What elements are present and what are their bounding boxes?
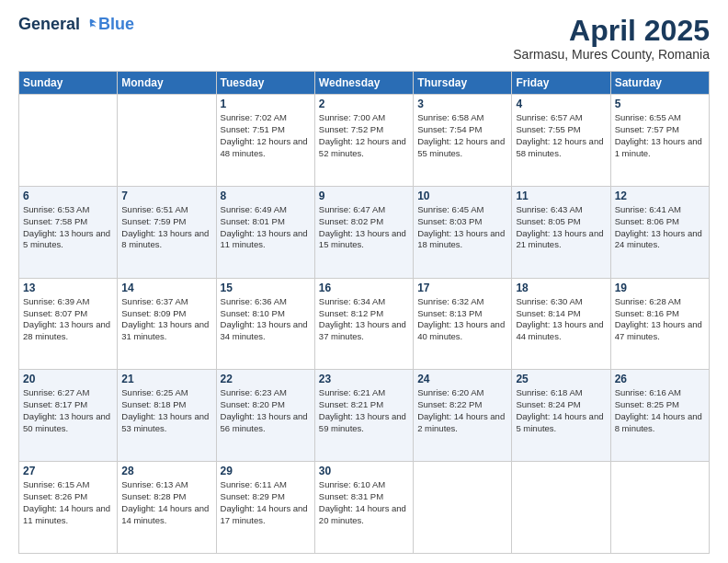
calendar-header-row: SundayMondayTuesdayWednesdayThursdayFrid… bbox=[19, 72, 710, 95]
day-header-saturday: Saturday bbox=[610, 72, 709, 95]
week-row-3: 13Sunrise: 6:39 AM Sunset: 8:07 PM Dayli… bbox=[19, 278, 710, 370]
calendar-cell: 11Sunrise: 6:43 AM Sunset: 8:05 PM Dayli… bbox=[512, 186, 610, 278]
day-info: Sunrise: 6:11 AM Sunset: 8:29 PM Dayligh… bbox=[221, 479, 311, 526]
day-info: Sunrise: 6:43 AM Sunset: 8:05 PM Dayligh… bbox=[516, 204, 606, 251]
calendar-cell: 7Sunrise: 6:51 AM Sunset: 7:59 PM Daylig… bbox=[118, 186, 216, 278]
day-info: Sunrise: 7:02 AM Sunset: 7:51 PM Dayligh… bbox=[221, 112, 311, 159]
day-number: 3 bbox=[417, 98, 507, 110]
calendar-cell bbox=[512, 462, 610, 554]
day-info: Sunrise: 6:36 AM Sunset: 8:10 PM Dayligh… bbox=[221, 296, 311, 343]
day-number: 25 bbox=[516, 373, 606, 385]
calendar-cell: 13Sunrise: 6:39 AM Sunset: 8:07 PM Dayli… bbox=[19, 278, 118, 370]
calendar-cell: 23Sunrise: 6:21 AM Sunset: 8:21 PM Dayli… bbox=[314, 370, 413, 462]
calendar-cell: 9Sunrise: 6:47 AM Sunset: 8:02 PM Daylig… bbox=[314, 186, 413, 278]
calendar-cell: 3Sunrise: 6:58 AM Sunset: 7:54 PM Daylig… bbox=[414, 95, 512, 187]
day-number: 19 bbox=[615, 282, 705, 294]
calendar-cell: 20Sunrise: 6:27 AM Sunset: 8:17 PM Dayli… bbox=[19, 370, 118, 462]
day-info: Sunrise: 6:23 AM Sunset: 8:20 PM Dayligh… bbox=[221, 387, 311, 434]
calendar-cell: 2Sunrise: 7:00 AM Sunset: 7:52 PM Daylig… bbox=[314, 95, 413, 187]
day-info: Sunrise: 6:10 AM Sunset: 8:31 PM Dayligh… bbox=[319, 479, 409, 526]
day-header-friday: Friday bbox=[512, 72, 610, 95]
day-number: 30 bbox=[319, 465, 409, 477]
calendar-cell: 16Sunrise: 6:34 AM Sunset: 8:12 PM Dayli… bbox=[314, 278, 413, 370]
day-number: 17 bbox=[417, 282, 507, 294]
day-info: Sunrise: 6:30 AM Sunset: 8:14 PM Dayligh… bbox=[516, 296, 606, 343]
day-number: 12 bbox=[615, 190, 705, 202]
month-title: April 2025 bbox=[513, 15, 710, 47]
day-info: Sunrise: 6:16 AM Sunset: 8:25 PM Dayligh… bbox=[615, 387, 705, 434]
calendar-cell: 5Sunrise: 6:55 AM Sunset: 7:57 PM Daylig… bbox=[610, 95, 709, 187]
calendar-cell: 18Sunrise: 6:30 AM Sunset: 8:14 PM Dayli… bbox=[512, 278, 610, 370]
day-info: Sunrise: 6:21 AM Sunset: 8:21 PM Dayligh… bbox=[319, 387, 409, 434]
day-info: Sunrise: 6:47 AM Sunset: 8:02 PM Dayligh… bbox=[319, 204, 409, 251]
logo-text: General Blue bbox=[18, 15, 134, 34]
calendar-cell: 17Sunrise: 6:32 AM Sunset: 8:13 PM Dayli… bbox=[414, 278, 512, 370]
day-number: 22 bbox=[221, 373, 311, 385]
calendar-cell bbox=[19, 95, 118, 187]
day-info: Sunrise: 7:00 AM Sunset: 7:52 PM Dayligh… bbox=[319, 112, 409, 159]
calendar-cell: 25Sunrise: 6:18 AM Sunset: 8:24 PM Dayli… bbox=[512, 370, 610, 462]
day-number: 8 bbox=[221, 190, 311, 202]
day-number: 13 bbox=[23, 282, 113, 294]
day-number: 29 bbox=[221, 465, 311, 477]
week-row-5: 27Sunrise: 6:15 AM Sunset: 8:26 PM Dayli… bbox=[19, 462, 710, 554]
calendar-cell: 1Sunrise: 7:02 AM Sunset: 7:51 PM Daylig… bbox=[216, 95, 314, 187]
day-number: 21 bbox=[121, 373, 211, 385]
calendar-cell: 12Sunrise: 6:41 AM Sunset: 8:06 PM Dayli… bbox=[610, 186, 709, 278]
calendar-cell: 4Sunrise: 6:57 AM Sunset: 7:55 PM Daylig… bbox=[512, 95, 610, 187]
calendar-cell: 29Sunrise: 6:11 AM Sunset: 8:29 PM Dayli… bbox=[216, 462, 314, 554]
day-number: 16 bbox=[319, 282, 409, 294]
day-info: Sunrise: 6:39 AM Sunset: 8:07 PM Dayligh… bbox=[23, 296, 113, 343]
day-info: Sunrise: 6:34 AM Sunset: 8:12 PM Dayligh… bbox=[319, 296, 409, 343]
day-number: 10 bbox=[417, 190, 507, 202]
day-info: Sunrise: 6:20 AM Sunset: 8:22 PM Dayligh… bbox=[417, 387, 507, 434]
day-number: 6 bbox=[23, 190, 113, 202]
day-info: Sunrise: 6:57 AM Sunset: 7:55 PM Dayligh… bbox=[516, 112, 606, 159]
calendar-cell: 28Sunrise: 6:13 AM Sunset: 8:28 PM Dayli… bbox=[118, 462, 216, 554]
day-number: 28 bbox=[121, 465, 211, 477]
day-number: 27 bbox=[23, 465, 113, 477]
day-number: 24 bbox=[417, 373, 507, 385]
day-info: Sunrise: 6:28 AM Sunset: 8:16 PM Dayligh… bbox=[615, 296, 705, 343]
logo-bird-icon bbox=[82, 17, 98, 33]
day-info: Sunrise: 6:41 AM Sunset: 8:06 PM Dayligh… bbox=[615, 204, 705, 251]
day-header-thursday: Thursday bbox=[414, 72, 512, 95]
calendar-cell: 14Sunrise: 6:37 AM Sunset: 8:09 PM Dayli… bbox=[118, 278, 216, 370]
calendar-cell: 26Sunrise: 6:16 AM Sunset: 8:25 PM Dayli… bbox=[610, 370, 709, 462]
day-info: Sunrise: 6:18 AM Sunset: 8:24 PM Dayligh… bbox=[516, 387, 606, 434]
calendar-cell: 10Sunrise: 6:45 AM Sunset: 8:03 PM Dayli… bbox=[414, 186, 512, 278]
calendar-cell: 27Sunrise: 6:15 AM Sunset: 8:26 PM Dayli… bbox=[19, 462, 118, 554]
calendar: SundayMondayTuesdayWednesdayThursdayFrid… bbox=[18, 71, 710, 554]
day-number: 11 bbox=[516, 190, 606, 202]
day-info: Sunrise: 6:53 AM Sunset: 7:58 PM Dayligh… bbox=[23, 204, 113, 251]
day-info: Sunrise: 6:25 AM Sunset: 8:18 PM Dayligh… bbox=[121, 387, 211, 434]
calendar-cell: 24Sunrise: 6:20 AM Sunset: 8:22 PM Dayli… bbox=[414, 370, 512, 462]
day-number: 7 bbox=[121, 190, 211, 202]
logo-blue: Blue bbox=[98, 15, 134, 34]
day-info: Sunrise: 6:32 AM Sunset: 8:13 PM Dayligh… bbox=[417, 296, 507, 343]
calendar-cell: 19Sunrise: 6:28 AM Sunset: 8:16 PM Dayli… bbox=[610, 278, 709, 370]
calendar-cell: 6Sunrise: 6:53 AM Sunset: 7:58 PM Daylig… bbox=[19, 186, 118, 278]
day-number: 26 bbox=[615, 373, 705, 385]
page: General Blue April 2025 Sarmasu, Mures C… bbox=[0, 0, 728, 563]
day-info: Sunrise: 6:15 AM Sunset: 8:26 PM Dayligh… bbox=[23, 479, 113, 526]
day-number: 23 bbox=[319, 373, 409, 385]
day-info: Sunrise: 6:58 AM Sunset: 7:54 PM Dayligh… bbox=[417, 112, 507, 159]
week-row-2: 6Sunrise: 6:53 AM Sunset: 7:58 PM Daylig… bbox=[19, 186, 710, 278]
calendar-cell: 8Sunrise: 6:49 AM Sunset: 8:01 PM Daylig… bbox=[216, 186, 314, 278]
week-row-4: 20Sunrise: 6:27 AM Sunset: 8:17 PM Dayli… bbox=[19, 370, 710, 462]
logo: General Blue bbox=[18, 15, 134, 34]
day-number: 5 bbox=[615, 98, 705, 110]
header: General Blue April 2025 Sarmasu, Mures C… bbox=[18, 15, 710, 62]
calendar-cell bbox=[610, 462, 709, 554]
day-header-sunday: Sunday bbox=[19, 72, 118, 95]
day-header-wednesday: Wednesday bbox=[314, 72, 413, 95]
location: Sarmasu, Mures County, Romania bbox=[513, 47, 710, 62]
day-info: Sunrise: 6:13 AM Sunset: 8:28 PM Dayligh… bbox=[121, 479, 211, 526]
logo-general: General bbox=[18, 15, 80, 34]
day-number: 15 bbox=[221, 282, 311, 294]
day-number: 4 bbox=[516, 98, 606, 110]
day-info: Sunrise: 6:49 AM Sunset: 8:01 PM Dayligh… bbox=[221, 204, 311, 251]
day-number: 14 bbox=[121, 282, 211, 294]
title-section: April 2025 Sarmasu, Mures County, Romani… bbox=[513, 15, 710, 62]
